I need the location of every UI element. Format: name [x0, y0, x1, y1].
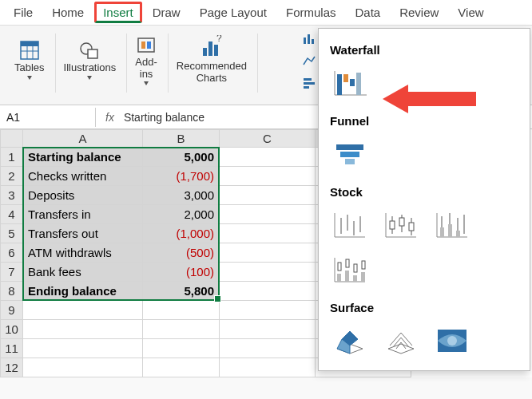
cell-B12[interactable] [143, 358, 220, 377]
shapes-icon [79, 40, 100, 61]
recommended-chart-icon: ? [199, 35, 224, 59]
cell-A1[interactable]: Starting balance [23, 148, 143, 167]
tab-draw[interactable]: Draw [144, 2, 189, 23]
col-header-B[interactable]: B [143, 130, 220, 148]
cell-A6[interactable]: ATM withdrawls [23, 243, 143, 263]
cell-B9[interactable] [143, 301, 220, 320]
cell-C8[interactable] [220, 282, 316, 301]
cell-B1[interactable]: 5,000 [143, 148, 220, 167]
cell-A8[interactable]: Ending balance [23, 282, 143, 301]
row-header-10[interactable]: 10 [1, 320, 23, 339]
svg-rect-53 [345, 159, 355, 164]
illustrations-label: Illustrations [64, 62, 117, 74]
row-header-12[interactable]: 12 [1, 358, 23, 377]
cell-B8[interactable]: 5,800 [143, 282, 220, 301]
cell-C12[interactable] [220, 358, 316, 377]
cell-C4[interactable] [220, 205, 316, 224]
cell-C11[interactable] [220, 339, 316, 358]
cell-B2[interactable]: (1,700) [143, 167, 220, 186]
cell-C7[interactable] [220, 263, 316, 282]
chevron-down-icon [87, 76, 92, 80]
svg-rect-67 [409, 223, 414, 231]
formula-value[interactable]: Starting balance [124, 111, 204, 124]
row-header-5[interactable]: 5 [1, 224, 23, 243]
tab-file[interactable]: File [5, 2, 42, 23]
tab-review[interactable]: Review [391, 2, 447, 23]
svg-rect-85 [354, 264, 357, 272]
cell-C5[interactable] [220, 224, 316, 243]
tab-data[interactable]: Data [346, 2, 389, 23]
surface-wireframe-option[interactable] [381, 324, 421, 358]
cell-C2[interactable] [220, 167, 316, 186]
tab-formulas[interactable]: Formulas [277, 2, 345, 23]
cell-B7[interactable]: (100) [143, 263, 220, 282]
svg-rect-14 [304, 38, 306, 44]
group-illustrations: Illustrations [54, 29, 126, 105]
row-header-7[interactable]: 7 [1, 263, 23, 282]
row-header-3[interactable]: 3 [1, 186, 23, 205]
cell-A7[interactable]: Bank fees [23, 263, 143, 282]
svg-rect-12 [214, 45, 218, 56]
tab-home[interactable]: Home [43, 2, 93, 23]
svg-rect-81 [353, 275, 357, 282]
cell-A3[interactable]: Deposits [23, 186, 143, 205]
fx-icon[interactable]: fx [105, 111, 114, 124]
funnel-chart-option[interactable] [330, 137, 370, 171]
cell-A12[interactable] [23, 358, 143, 377]
panel-heading-stock: Stock [330, 185, 522, 199]
addins-label: Add- ins [135, 57, 157, 81]
stock-hlc-option[interactable] [330, 208, 370, 242]
row-header-1[interactable]: 1 [1, 148, 23, 167]
name-box[interactable]: A1 [0, 108, 96, 127]
cell-B11[interactable] [143, 339, 220, 358]
svg-rect-71 [448, 224, 452, 237]
table-icon [19, 40, 40, 61]
cell-C3[interactable] [220, 186, 316, 205]
cell-B10[interactable] [143, 320, 220, 339]
row-header-2[interactable]: 2 [1, 167, 23, 186]
chevron-down-icon [27, 76, 32, 80]
cell-C6[interactable] [220, 243, 316, 263]
row-header-11[interactable]: 11 [1, 339, 23, 358]
cell-A2[interactable]: Checks written [23, 167, 143, 186]
cell-C9[interactable] [220, 301, 316, 320]
row-header-6[interactable]: 6 [1, 243, 23, 263]
cell-B4[interactable]: 2,000 [143, 205, 220, 224]
svg-rect-49 [350, 79, 355, 86]
cell-A9[interactable] [23, 301, 143, 320]
cell-A10[interactable] [23, 320, 143, 339]
tables-button[interactable]: Tables [10, 38, 50, 82]
addins-button[interactable]: Add- ins [130, 32, 161, 89]
svg-rect-80 [345, 271, 349, 282]
tab-insert[interactable]: Insert [94, 2, 142, 23]
row-header-9[interactable]: 9 [1, 301, 23, 320]
tab-view[interactable]: View [449, 2, 492, 23]
stock-ohlc-option[interactable] [381, 208, 421, 242]
row-header-8[interactable]: 8 [1, 282, 23, 301]
cell-A4[interactable]: Transfers in [23, 205, 143, 224]
svg-rect-70 [440, 227, 444, 237]
cell-A11[interactable] [23, 339, 143, 358]
recommended-charts-button[interactable]: ? Recommended Charts [172, 33, 252, 87]
ribbon-tabs: File Home Insert Draw Page Layout Formul… [0, 0, 532, 26]
cell-A5[interactable]: Transfers out [23, 224, 143, 243]
col-header-C[interactable]: C [220, 130, 316, 148]
col-header-A[interactable]: A [23, 130, 143, 148]
waterfall-chart-option[interactable] [330, 66, 370, 100]
cell-C1[interactable] [220, 148, 316, 167]
row-header-4[interactable]: 4 [1, 205, 23, 224]
cell-B5[interactable]: (1,000) [143, 224, 220, 243]
stock-vohlc-option[interactable] [330, 253, 370, 286]
cell-C10[interactable] [220, 320, 316, 339]
cell-B3[interactable]: 3,000 [143, 186, 220, 205]
svg-rect-19 [304, 86, 309, 89]
tab-pagelayout[interactable]: Page Layout [191, 2, 276, 23]
illustrations-button[interactable]: Illustrations [59, 38, 121, 82]
svg-rect-52 [340, 152, 359, 157]
surface-3d-option[interactable] [330, 324, 370, 358]
surface-contour-wire-option[interactable] [330, 369, 370, 371]
surface-contour-option[interactable] [432, 324, 472, 358]
cell-B6[interactable]: (500) [143, 243, 220, 263]
chart-dropdown-panel: Waterfall Funnel Stock Surface [318, 28, 530, 371]
stock-vhlc-option[interactable] [432, 208, 472, 242]
